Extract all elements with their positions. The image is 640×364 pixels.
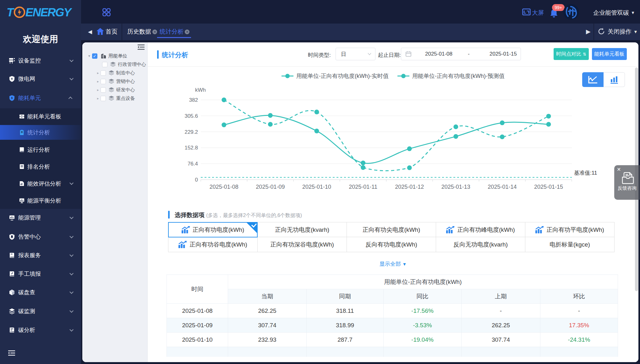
svg-text:152.8: 152.8: [184, 145, 198, 151]
svg-text:T: T: [7, 6, 15, 19]
svg-text:305.6: 305.6: [184, 113, 198, 119]
svg-text:2025-01-14: 2025-01-14: [488, 184, 517, 190]
svg-text:2025-01-12: 2025-01-12: [395, 184, 424, 190]
svg-text:2025-01-11: 2025-01-11: [349, 184, 377, 190]
svg-text:2025-01-10: 2025-01-10: [302, 184, 331, 190]
svg-text:2025-01-13: 2025-01-13: [441, 184, 470, 190]
svg-text:基准值:11: 基准值:11: [574, 170, 597, 176]
svg-text:382: 382: [189, 97, 198, 103]
svg-text:2025-01-15: 2025-01-15: [534, 184, 563, 190]
svg-text:ENERGY: ENERGY: [25, 6, 73, 19]
svg-text:2025-01-08: 2025-01-08: [210, 184, 238, 190]
svg-text:2025-01-09: 2025-01-09: [256, 184, 285, 190]
svg-text:0: 0: [195, 177, 198, 183]
svg-text:229.2: 229.2: [184, 129, 198, 135]
svg-text:kWh: kWh: [195, 87, 206, 93]
svg-text:76.4: 76.4: [188, 161, 198, 167]
